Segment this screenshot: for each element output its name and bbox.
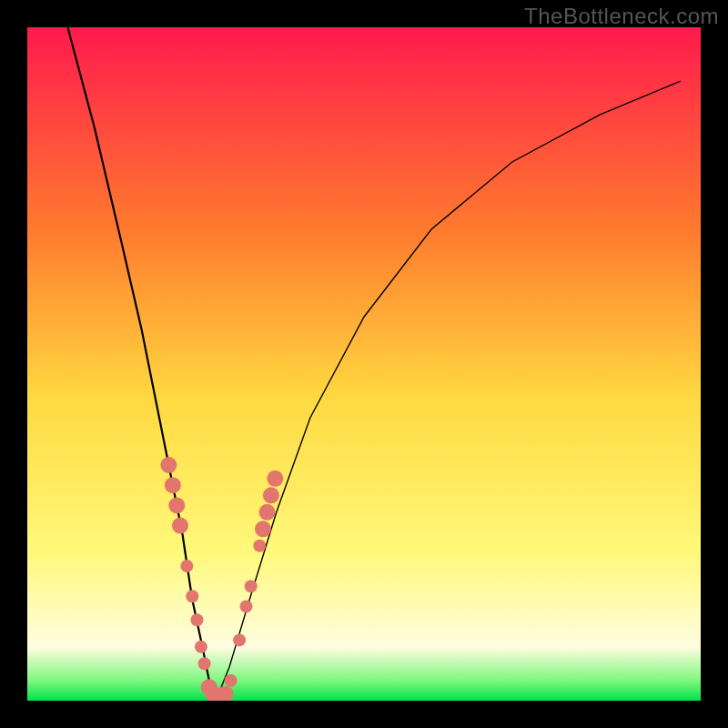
bottleneck-chart [27, 27, 701, 701]
marker-dot [253, 540, 266, 552]
marker-dot [160, 457, 177, 473]
marker-dot [267, 470, 283, 487]
marker-dot [198, 657, 211, 670]
marker-dot [224, 674, 237, 687]
marker-dot [195, 641, 207, 653]
plot-area [27, 27, 701, 701]
marker-dot [186, 590, 198, 602]
marker-dot [263, 487, 279, 503]
chart-frame: TheBottleneck.com [0, 0, 728, 728]
marker-dot [258, 504, 275, 521]
marker-dot [168, 497, 185, 513]
gradient-background [27, 27, 701, 701]
marker-dot [245, 580, 258, 592]
marker-dot [172, 518, 188, 534]
marker-dot [190, 613, 203, 626]
watermark-text: TheBottleneck.com [524, 4, 719, 29]
marker-dot [233, 633, 246, 646]
marker-dot [165, 477, 181, 493]
marker-dot [240, 600, 253, 612]
marker-dot [180, 560, 193, 572]
marker-dot [255, 521, 271, 537]
